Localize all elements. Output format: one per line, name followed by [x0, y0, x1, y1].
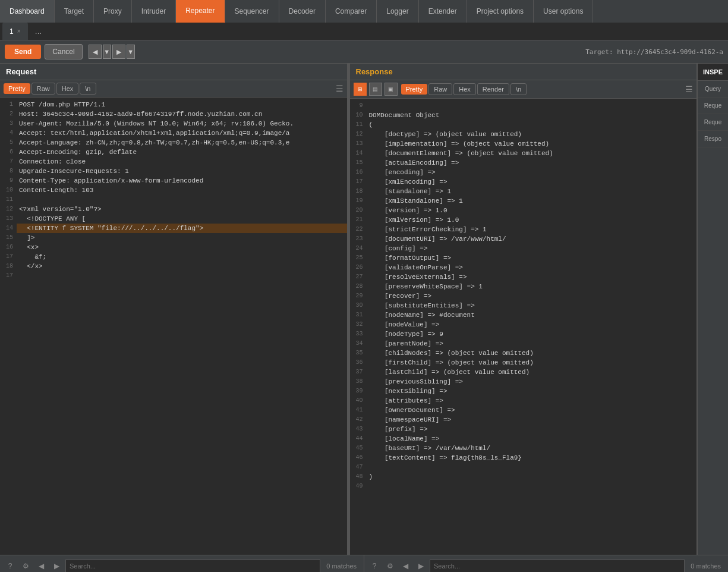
subtab-1[interactable]: 1 × — [2, 23, 28, 40]
request-line-number-5: 6 — [0, 147, 17, 157]
request-code-line-12: <!DOCTYPE ANY [ — [17, 214, 347, 224]
tab-decoder[interactable]: Decoder — [279, 0, 326, 23]
response-line-number-36: 45 — [350, 444, 367, 453]
response-code-line-1: DOMDocument Object — [367, 111, 697, 120]
response-format-hex[interactable]: Hex — [453, 83, 476, 95]
prev-dropdown-button[interactable]: ▼ — [103, 45, 111, 59]
request-help-button[interactable]: ? — [4, 560, 17, 573]
response-line-number-4: 13 — [350, 139, 367, 149]
request-format-newline[interactable]: \n — [80, 83, 96, 95]
response-line-number-2: 11 — [350, 120, 367, 130]
request-prev-match-button[interactable]: ◀ — [34, 560, 48, 573]
target-label: Target: http://3645c3c4-909d-4162-a — [585, 48, 723, 56]
response-prev-match-button[interactable]: ◀ — [399, 560, 412, 573]
response-code-line-33: [namespaceURI] => — [367, 415, 697, 425]
response-format-raw[interactable]: Raw — [428, 83, 452, 95]
nav-arrows: ◀ ▼ ▶ ▼ — [89, 45, 135, 59]
response-line-number-16: 25 — [350, 253, 367, 263]
tab-project-options[interactable]: Project options — [467, 0, 534, 23]
request-line-number-13: 14 — [0, 224, 17, 233]
response-line-number-40: 49 — [350, 482, 367, 491]
request-line-number-16: 17 — [0, 252, 17, 262]
response-line-number-25: 34 — [350, 339, 367, 348]
response-code-line-20: [recover] => — [367, 291, 697, 301]
view-horiz-button[interactable]: ▤ — [369, 83, 382, 96]
response-menu-icon[interactable]: ☰ — [685, 84, 693, 94]
response-format-pretty[interactable]: Pretty — [401, 84, 428, 95]
tab-logger[interactable]: Logger — [377, 0, 418, 23]
request-code-line-8: Content-Type: application/x-www-form-url… — [17, 176, 347, 186]
response-search-input[interactable] — [430, 560, 685, 573]
response-code-area[interactable]: 9101112131415161718192021222324252627282… — [350, 99, 697, 555]
response-code-line-10: [xmlStandalone] => 1 — [367, 196, 697, 206]
response-help-button[interactable]: ? — [368, 560, 381, 573]
tab-target[interactable]: Target — [55, 0, 94, 23]
request-panel-header: Request — [0, 64, 347, 80]
request-code-line-7: Upgrade-Insecure-Requests: 1 — [17, 166, 347, 176]
response-code-line-32: [ownerDocument] => — [367, 406, 697, 415]
cancel-button[interactable]: Cancel — [45, 44, 82, 59]
response-line-number-13: 22 — [350, 225, 367, 234]
response-line-number-3: 12 — [350, 130, 367, 139]
tab-sequencer[interactable]: Sequencer — [225, 0, 279, 23]
bottom-bar: ? ⚙ ◀ ▶ 0 matches ? ⚙ ◀ ▶ 0 matches — [0, 555, 728, 572]
response-line-number-27: 36 — [350, 358, 367, 367]
response-code-line-6: [actualEncoding] => — [367, 158, 697, 168]
tab-comparer[interactable]: Comparer — [326, 0, 377, 23]
inspector-reque-2[interactable]: Reque — [698, 114, 728, 131]
subtab-dots[interactable]: … — [28, 23, 49, 40]
request-line-number-4: 5 — [0, 138, 17, 147]
tab-repeater[interactable]: Repeater — [176, 0, 225, 23]
response-code-line-26: [childNodes] => (object value omitted) — [367, 348, 697, 358]
subtab-1-label: 1 — [10, 27, 14, 36]
request-format-raw[interactable]: Raw — [31, 83, 55, 95]
response-settings-button[interactable]: ⚙ — [383, 560, 396, 573]
tab-dashboard[interactable]: Dashboard — [0, 0, 55, 23]
prev-button[interactable]: ◀ — [89, 45, 102, 59]
response-format-newline[interactable]: \n — [510, 83, 527, 95]
request-menu-icon[interactable]: ☰ — [336, 84, 343, 93]
request-settings-button[interactable]: ⚙ — [19, 560, 32, 573]
tab-intruder[interactable]: Intruder — [132, 0, 176, 23]
response-code-line-3: [doctype] => (object value omitted) — [367, 130, 697, 139]
request-panel: Request Pretty Raw Hex \n ☰ 123456789101… — [0, 64, 348, 555]
request-next-match-button[interactable]: ▶ — [50, 560, 63, 573]
response-code-line-18: [resolveExternals] => — [367, 272, 697, 282]
response-line-number-29: 38 — [350, 377, 367, 386]
send-button[interactable]: Send — [5, 45, 41, 59]
request-format-pretty[interactable]: Pretty — [4, 83, 30, 94]
response-code-line-30: [nextSibling] => — [367, 386, 697, 396]
subtab-dots-label: … — [35, 27, 42, 36]
request-format-hex[interactable]: Hex — [56, 83, 79, 95]
inspector-reque-1[interactable]: Reque — [698, 98, 728, 114]
tab-extender[interactable]: Extender — [419, 0, 467, 23]
view-split-button[interactable]: ⊞ — [354, 83, 367, 96]
request-search-input[interactable] — [65, 560, 320, 573]
response-next-match-button[interactable]: ▶ — [414, 560, 427, 573]
request-code-line-16: &f; — [17, 252, 347, 262]
request-code-line-0: POST /dom.php HTTP/1.1 — [17, 100, 347, 109]
request-code-area[interactable]: 12345678910111213141516171817 POST /dom.… — [0, 98, 347, 555]
response-code-line-0 — [367, 101, 697, 111]
response-line-number-1: 10 — [350, 111, 367, 120]
next-button[interactable]: ▶ — [112, 45, 125, 59]
response-code-line-13: [strictErrorChecking] => 1 — [367, 225, 697, 234]
inspector-query[interactable]: Query — [698, 81, 728, 98]
request-code-line-4: Accept-Language: zh-CN,zh;q=0.8,zh-TW;q=… — [17, 138, 347, 147]
response-code-line-12: [xmlVersion] => 1.0 — [367, 215, 697, 225]
response-line-number-33: 42 — [350, 415, 367, 425]
response-format-render[interactable]: Render — [477, 83, 509, 95]
subtab-1-close[interactable]: × — [17, 28, 21, 34]
request-code-line-9: Content-Length: 103 — [17, 186, 347, 195]
tab-proxy[interactable]: Proxy — [94, 0, 132, 23]
request-line-number-15: 16 — [0, 243, 17, 252]
request-line-number-9: 10 — [0, 186, 17, 195]
response-code-line-2: ( — [367, 120, 697, 130]
inspector-respo[interactable]: Respo — [698, 131, 728, 147]
view-vert-button[interactable]: ▣ — [385, 83, 398, 96]
next-dropdown-button[interactable]: ▼ — [127, 45, 135, 59]
tab-user-options[interactable]: User options — [534, 0, 593, 23]
request-line-number-2: 3 — [0, 119, 17, 128]
response-line-number-20: 29 — [350, 291, 367, 301]
sub-tabs-bar: 1 × … — [0, 23, 728, 40]
